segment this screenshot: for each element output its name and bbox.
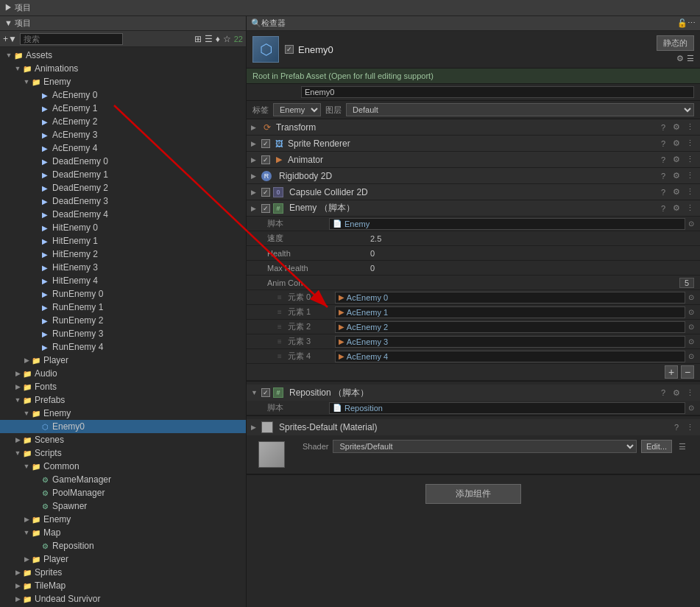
transform-gear-icon[interactable]: ⚙ xyxy=(671,122,682,133)
tree-item-hitenemy3[interactable]: ▶ HitEnemy 3 xyxy=(0,261,246,274)
capsule-menu-icon[interactable]: ⋮ xyxy=(684,186,696,198)
tree-item-prefabs-enemy[interactable]: ▼ 📁 Enemy xyxy=(0,407,246,420)
reposition-gear-icon[interactable]: ⚙ xyxy=(671,387,682,399)
sprite-renderer-question-icon[interactable]: ? xyxy=(657,138,669,150)
anim-add-btn[interactable]: + xyxy=(665,365,678,379)
animator-question-icon[interactable]: ? xyxy=(657,154,669,166)
tree-item-acenemy3[interactable]: ▶ AcEnemy 3 xyxy=(0,128,246,141)
reposition-menu-icon[interactable]: ⋮ xyxy=(684,387,696,399)
add-component-btn[interactable]: 添加组件 xyxy=(425,484,521,504)
add-icon[interactable]: +▼ xyxy=(3,34,17,44)
tree-item-acenemy4[interactable]: ▶ AcEnemy 4 xyxy=(0,141,246,155)
tree-item-audio[interactable]: ▶ 📁 Audio xyxy=(0,367,246,380)
animator-gear-icon[interactable]: ⚙ xyxy=(671,154,682,166)
reposition-header[interactable]: ▼ ✓ # Reposition （脚本） ? ⚙ ⋮ xyxy=(247,385,700,401)
tree-item-deadenemy4[interactable]: ▶ DeadEnemy 4 xyxy=(0,208,246,221)
transform-component-row[interactable]: ▶ ⟳ Transform ? ⚙ ⋮ xyxy=(247,119,700,136)
inspector-lock-icon[interactable]: 🔓 xyxy=(677,18,687,28)
tree-item-hitenemy2[interactable]: ▶ HitEnemy 2 xyxy=(0,248,246,261)
name-input[interactable] xyxy=(301,86,694,98)
toolbar-icon1[interactable]: ⊞ xyxy=(194,34,202,44)
tree-item-map[interactable]: ▼ 📁 Map xyxy=(0,526,246,539)
sprite-renderer-menu-icon[interactable]: ⋮ xyxy=(684,138,696,150)
rigidbody-row[interactable]: ▶ R Rigidbody 2D ? ⚙ ⋮ xyxy=(247,168,700,184)
top-bar-item[interactable]: ▶ 项目 xyxy=(4,2,31,13)
tree-item-gamemanager[interactable]: ⚙ GameManager xyxy=(0,473,246,486)
icon-menu-top[interactable]: ☰ xyxy=(687,54,694,63)
toolbar-icon3[interactable]: ♦ xyxy=(216,34,220,44)
tree-item-deadenemy2[interactable]: ▶ DeadEnemy 2 xyxy=(0,181,246,194)
capsule-question-icon[interactable]: ? xyxy=(657,186,669,198)
rigidbody-gear-icon[interactable]: ⚙ xyxy=(671,170,682,182)
inspector-more-icon[interactable]: ⋯ xyxy=(687,18,696,28)
anim-circle-4[interactable]: ⊙ xyxy=(688,352,694,360)
animator-row[interactable]: ▶ ✓ ▶ Animator ? ⚙ ⋮ xyxy=(247,152,700,168)
anim-circle-2[interactable]: ⊙ xyxy=(688,323,694,331)
tree-item-acenemy0[interactable]: ▶ AcEnemy 0 xyxy=(0,88,246,102)
tree-item-animations[interactable]: ▼ 📁 Animations xyxy=(0,62,246,75)
tree-item-common[interactable]: ▼ 📁 Common xyxy=(0,460,246,473)
tree-item-spawner[interactable]: ⚙ Spawner xyxy=(0,499,246,513)
animator-menu-icon[interactable]: ⋮ xyxy=(684,154,696,166)
layer-select[interactable]: Default xyxy=(346,103,694,116)
tree-item-poolmanager[interactable]: ⚙ PoolManager xyxy=(0,486,246,499)
capsule-checkbox[interactable]: ✓ xyxy=(261,188,270,197)
anim-remove-btn[interactable]: − xyxy=(681,365,694,379)
enemy-menu-icon[interactable]: ⋮ xyxy=(684,203,696,214)
sprite-renderer-gear-icon[interactable]: ⚙ xyxy=(671,138,682,150)
static-button[interactable]: 静态的 xyxy=(657,35,694,51)
material-menu-icon[interactable]: ⋮ xyxy=(684,421,696,433)
capsule-gear-icon[interactable]: ⚙ xyxy=(671,186,682,198)
obj-active-checkbox[interactable]: ✓ xyxy=(285,45,294,54)
icon-gear-top[interactable]: ⚙ xyxy=(676,54,684,63)
tree-item-prefabs[interactable]: ▼ 📁 Prefabs xyxy=(0,393,246,407)
enemy-header[interactable]: ▶ ✓ # Enemy （脚本） ? ⚙ ⋮ xyxy=(247,200,700,217)
reposition-checkbox[interactable]: ✓ xyxy=(261,388,270,397)
anim-circle-1[interactable]: ⊙ xyxy=(688,308,694,316)
tree-item-acenemy1[interactable]: ▶ AcEnemy 1 xyxy=(0,102,246,115)
tree-item-hitenemy0[interactable]: ▶ HitEnemy 0 xyxy=(0,221,246,234)
search-input[interactable] xyxy=(20,33,123,45)
sprite-renderer-checkbox[interactable]: ✓ xyxy=(261,139,270,148)
enemy-question-icon[interactable]: ? xyxy=(657,203,669,214)
toolbar-icon4[interactable]: ☆ xyxy=(223,34,231,44)
tree-item-deadenemy1[interactable]: ▶ DeadEnemy 1 xyxy=(0,168,246,181)
tree-item-hitenemy4[interactable]: ▶ HitEnemy 4 xyxy=(0,274,246,287)
reposition-question-icon[interactable]: ? xyxy=(657,387,669,399)
tree-item-player-anim[interactable]: ▶ 📁 Player xyxy=(0,354,246,367)
shader-menu-icon[interactable]: ☰ xyxy=(676,441,688,452)
shader-edit-btn[interactable]: Edit... xyxy=(641,440,672,453)
enemy-script-circle-icon[interactable]: ⊙ xyxy=(688,220,694,228)
tree-item-fonts[interactable]: ▶ 📁 Fonts xyxy=(0,380,246,393)
tree-item-scripts[interactable]: ▼ 📁 Scripts xyxy=(0,446,246,460)
tree-item-sprites[interactable]: ▶ 📁 Sprites xyxy=(0,566,246,579)
reposition-circle-icon[interactable]: ⊙ xyxy=(688,404,694,412)
tree-item-runenemy0[interactable]: ▶ RunEnemy 0 xyxy=(0,287,246,301)
sprite-renderer-row[interactable]: ▶ ✓ 🖼 Sprite Renderer ? ⚙ ⋮ xyxy=(247,136,700,152)
tree-item-runenemy4[interactable]: ▶ RunEnemy 4 xyxy=(0,340,246,354)
tree-item-tilemap[interactable]: ▶ 📁 TileMap xyxy=(0,579,246,592)
tree-item-hitenemy1[interactable]: ▶ HitEnemy 1 xyxy=(0,234,246,248)
enemy-gear-icon[interactable]: ⚙ xyxy=(671,203,682,214)
anim-circle-3[interactable]: ⊙ xyxy=(688,337,694,345)
tree-item-runenemy2[interactable]: ▶ RunEnemy 2 xyxy=(0,314,246,327)
tree-item-enemy0[interactable]: ⬡ Enemy0 xyxy=(0,420,246,433)
anim-circle-0[interactable]: ⊙ xyxy=(688,293,694,301)
tree-item-enemy-folder[interactable]: ▼ 📁 Enemy xyxy=(0,75,246,88)
tree-item-deadenemy0[interactable]: ▶ DeadEnemy 0 xyxy=(0,155,246,168)
tree-item-scripts-player[interactable]: ▶ 📁 Player xyxy=(0,552,246,566)
tag-select[interactable]: Enemy xyxy=(273,103,321,116)
capsule-collider-row[interactable]: ▶ ✓ 0 Capsule Collider 2D ? ⚙ ⋮ xyxy=(247,184,700,200)
tree-item-scripts-enemy[interactable]: ▶ 📁 Enemy xyxy=(0,513,246,526)
shader-select[interactable]: Sprites/Default xyxy=(333,440,636,453)
tree-item-runenemy3[interactable]: ▶ RunEnemy 3 xyxy=(0,327,246,340)
animator-checkbox[interactable]: ✓ xyxy=(261,155,270,164)
rigidbody-menu-icon[interactable]: ⋮ xyxy=(684,170,696,182)
tree-item-acenemy2[interactable]: ▶ AcEnemy 2 xyxy=(0,115,246,128)
enemy-checkbox[interactable]: ✓ xyxy=(261,204,270,213)
rigidbody-question-icon[interactable]: ? xyxy=(657,170,669,182)
tree-item-assets[interactable]: ▼ 📁 Assets xyxy=(0,49,246,62)
tree-item-scenes[interactable]: ▶ 📁 Scenes xyxy=(0,433,246,446)
material-header[interactable]: ▶ Sprites-Default (Material) ? ⋮ xyxy=(247,419,700,435)
transform-question-icon[interactable]: ? xyxy=(657,122,669,133)
